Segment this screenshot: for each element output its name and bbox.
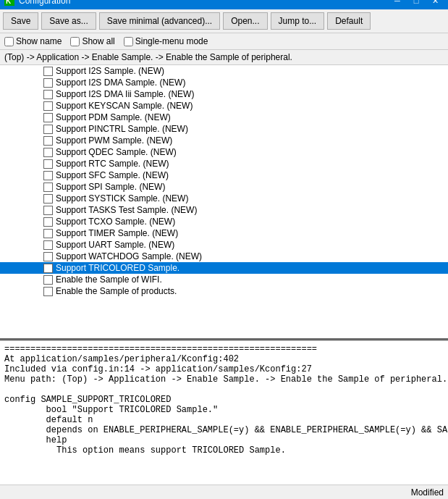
item-label: Support RTC Sample. (NEW) [56, 159, 169, 169]
list-item[interactable]: Support I2S DMA Sample. (NEW) [0, 77, 448, 88]
list-item[interactable]: Support TIMER Sample. (NEW) [0, 227, 448, 239]
single-menu-label[interactable]: Single-menu mode [124, 36, 208, 46]
list-scroll[interactable]: Support I2S Sample. (NEW)Support I2S DMA… [0, 65, 448, 338]
title-bar: K Configuration ─ □ ✕ [0, 0, 448, 9]
item-label: Support PWM Sample. (NEW) [56, 135, 172, 146]
app-icon: K [4, 0, 14, 6]
item-checkbox[interactable] [43, 240, 53, 250]
window-controls: ─ □ ✕ [389, 0, 444, 7]
item-label: Support KEYSCAN Sample. (NEW) [56, 101, 193, 111]
single-menu-checkbox[interactable] [124, 37, 133, 46]
list-item[interactable]: Support RTC Sample. (NEW) [0, 158, 448, 169]
item-checkbox[interactable] [43, 183, 53, 192]
item-checkbox[interactable] [43, 101, 53, 111]
window-title: Configuration [19, 0, 70, 6]
item-label: Support QDEC Sample. (NEW) [56, 147, 177, 157]
maximize-button[interactable]: □ [407, 0, 425, 7]
list-item[interactable]: Support SFC Sample. (NEW) [0, 169, 448, 181]
item-checkbox[interactable] [43, 78, 53, 88]
item-checkbox[interactable] [43, 159, 53, 169]
item-label: Support TIMER Sample. (NEW) [56, 228, 178, 238]
list-item[interactable]: Enable the Sample of products. [0, 285, 448, 297]
item-label: Support SYSTICK Sample. (NEW) [56, 193, 188, 204]
item-checkbox[interactable] [43, 264, 53, 273]
options-bar: Show name Show all Single-menu mode [0, 33, 448, 50]
save-button[interactable]: Save [3, 12, 38, 30]
item-label: Support TCXO Sample. (NEW) [56, 217, 175, 227]
list-item[interactable]: Support SPI Sample. (NEW) [0, 181, 448, 193]
svg-text:K: K [6, 0, 12, 5]
item-label: Support SFC Sample. (NEW) [56, 170, 169, 180]
item-checkbox[interactable] [43, 67, 53, 76]
item-label: Enable the Sample of WIFI. [56, 274, 162, 285]
item-checkbox[interactable] [43, 125, 53, 134]
status-text: Modified [411, 487, 444, 498]
item-label: Support I2S DMA Sample. (NEW) [56, 77, 185, 88]
item-label: Support PDM Sample. (NEW) [56, 112, 171, 122]
list-item[interactable]: Support PDM Sample. (NEW) [0, 112, 448, 123]
item-label: Support TRICOLORED Sample. [56, 263, 179, 273]
item-label: Support I2S DMA Iii Sample. (NEW) [56, 89, 194, 99]
list-panel: Support I2S Sample. (NEW)Support I2S DMA… [0, 65, 448, 340]
item-checkbox[interactable] [43, 287, 53, 296]
close-button[interactable]: ✕ [426, 0, 444, 7]
list-item[interactable]: Support PWM Sample. (NEW) [0, 135, 448, 146]
list-item[interactable]: Support UART Sample. (NEW) [0, 239, 448, 251]
toolbar: Save Save as... Save minimal (advanced).… [0, 9, 448, 33]
title-bar-left: K Configuration [4, 0, 70, 6]
item-label: Support UART Sample. (NEW) [56, 240, 174, 250]
show-name-label[interactable]: Show name [4, 36, 62, 46]
info-panel: ========================================… [0, 340, 448, 485]
item-label: Support WATCHDOG Sample. (NEW) [56, 251, 202, 261]
item-checkbox[interactable] [43, 217, 53, 227]
show-all-text: Show all [82, 36, 114, 46]
item-label: Support I2S Sample. (NEW) [56, 66, 164, 76]
show-name-text: Show name [16, 36, 62, 46]
list-item[interactable]: Support SYSTICK Sample. (NEW) [0, 193, 448, 204]
list-item[interactable]: Support WATCHDOG Sample. (NEW) [0, 251, 448, 262]
open-button[interactable]: Open... [223, 12, 267, 30]
list-item[interactable]: Support TASKS Test Sample. (NEW) [0, 204, 448, 216]
item-label: Support PINCTRL Sample. (NEW) [56, 124, 188, 134]
breadcrumb: (Top) -> Application -> Enable Sample. -… [0, 50, 448, 65]
single-menu-text: Single-menu mode [135, 36, 208, 46]
save-minimal-button[interactable]: Save minimal (advanced)... [99, 12, 220, 30]
item-checkbox[interactable] [43, 275, 53, 285]
item-checkbox[interactable] [43, 194, 53, 204]
list-item[interactable]: Support KEYSCAN Sample. (NEW) [0, 100, 448, 112]
list-item[interactable]: Support QDEC Sample. (NEW) [0, 146, 448, 158]
save-as-button[interactable]: Save as... [41, 12, 96, 30]
item-label: Support TASKS Test Sample. (NEW) [56, 205, 197, 215]
item-checkbox[interactable] [43, 148, 53, 157]
show-all-checkbox[interactable] [70, 37, 80, 46]
show-name-checkbox[interactable] [4, 37, 14, 46]
item-checkbox[interactable] [43, 90, 53, 99]
show-all-label[interactable]: Show all [70, 36, 114, 46]
list-item[interactable]: Support I2S DMA Iii Sample. (NEW) [0, 88, 448, 100]
item-checkbox[interactable] [43, 252, 53, 261]
default-button[interactable]: Default [327, 12, 371, 30]
item-checkbox[interactable] [43, 206, 53, 215]
item-label: Enable the Sample of products. [56, 286, 177, 296]
list-item[interactable]: Enable the Sample of WIFI. [0, 274, 448, 285]
jump-to-button[interactable]: Jump to... [271, 12, 325, 30]
main-content: Support I2S Sample. (NEW)Support I2S DMA… [0, 65, 448, 485]
status-bar: Modified [0, 485, 448, 499]
item-checkbox[interactable] [43, 229, 53, 238]
item-checkbox[interactable] [43, 113, 53, 122]
item-checkbox[interactable] [43, 136, 53, 146]
item-label: Support SPI Sample. (NEW) [56, 182, 165, 192]
list-item[interactable]: Support PINCTRL Sample. (NEW) [0, 123, 448, 135]
minimize-button[interactable]: ─ [389, 0, 406, 7]
list-item[interactable]: Support TRICOLORED Sample. [0, 262, 448, 274]
item-checkbox[interactable] [43, 171, 53, 180]
list-item[interactable]: Support I2S Sample. (NEW) [0, 65, 448, 77]
list-item[interactable]: Support TCXO Sample. (NEW) [0, 216, 448, 227]
